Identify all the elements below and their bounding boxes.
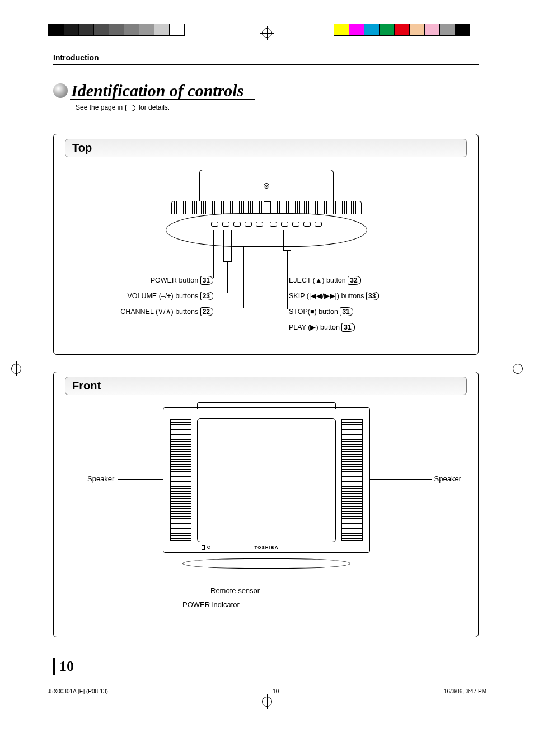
swatch — [124, 24, 139, 36]
subnote-text-after: for details. — [139, 104, 170, 111]
callout: SKIP (|◀◀/▶▶|) buttons 33 — [289, 292, 418, 300]
top-panel: Top — [53, 134, 479, 355]
power-indicator-label: POWER indicator — [182, 600, 260, 609]
page-ref: 33 — [366, 292, 379, 300]
color-bars-gray — [48, 24, 184, 36]
swatch — [93, 24, 109, 36]
remote-sensor-label: Remote sensor — [210, 586, 260, 595]
crop-mark — [503, 683, 534, 683]
page-ref: 32 — [348, 276, 360, 285]
front-panel: Front Speaker Speaker TOSHIBA Remote sen… — [53, 372, 479, 637]
page-title: Identification of controls — [71, 81, 243, 100]
crop-mark — [31, 20, 31, 54]
lead-line — [231, 230, 232, 261]
swatch — [109, 24, 124, 36]
title-block: Identification of controls — [53, 81, 479, 100]
swatch — [409, 24, 425, 36]
chapter-header: Introduction — [53, 53, 479, 65]
top-panel-title: Top — [65, 139, 467, 157]
callout-label: EJECT (▲) button — [289, 276, 348, 284]
speaker-grille-right — [341, 419, 363, 541]
lead-line — [367, 479, 432, 480]
lead-line — [213, 230, 214, 278]
front-panel-title: Front — [65, 377, 467, 395]
callout: PLAY (▶) button 31 — [289, 323, 418, 332]
top-buttons-right — [270, 222, 322, 227]
page-number: 10 — [53, 658, 74, 675]
swatch — [394, 24, 410, 36]
tv-top-shell — [166, 213, 367, 247]
color-bars-color — [334, 24, 470, 36]
top-callouts-right: EJECT (▲) button 32SKIP (|◀◀/▶▶|) button… — [289, 276, 418, 339]
registration-mark-bottom — [262, 697, 272, 707]
swatch — [424, 24, 440, 36]
page-ref-icon — [125, 105, 135, 111]
swatch — [364, 24, 380, 36]
top-callouts-left: POWER button 31VOLUME (–/+) buttons 23CH… — [85, 276, 213, 323]
swatch — [379, 24, 395, 36]
tv-handle — [199, 170, 334, 201]
tv-front: TOSHIBA — [163, 407, 370, 553]
callout: POWER button 31 — [85, 276, 213, 285]
lead-line — [287, 250, 288, 309]
page-ref: 22 — [200, 307, 213, 316]
speaker-grille-left — [170, 419, 191, 541]
registration-mark-left — [11, 364, 21, 374]
swatch — [48, 24, 64, 36]
top-diagram: POWER button 31VOLUME (–/+) buttons 23CH… — [65, 170, 467, 337]
lead-line — [299, 230, 299, 264]
subnote-text-before: See the page in — [76, 104, 123, 111]
crop-mark — [0, 683, 31, 683]
lead-line — [240, 230, 240, 247]
footer: J5X00301A [E] (P08-13) 10 16/3/06, 3:47 … — [48, 688, 486, 694]
page-ref: 31 — [200, 276, 213, 285]
crop-mark — [503, 45, 534, 45]
lead-line — [291, 230, 291, 250]
brand-logo: TOSHIBA — [255, 545, 279, 550]
tv-top-strip — [197, 402, 336, 409]
lead-line — [283, 230, 284, 250]
swatch — [349, 24, 364, 36]
callout: CHANNEL (∨/∧) buttons 22 — [85, 307, 213, 316]
swatch — [439, 24, 455, 36]
tv-screen — [197, 418, 336, 542]
page-body: Introduction Identification of controls … — [53, 53, 479, 654]
swatch — [334, 24, 349, 36]
crop-mark — [31, 683, 31, 716]
lead-line — [247, 230, 247, 247]
page-ref: 31 — [340, 307, 353, 316]
callout-label: POWER button — [151, 276, 200, 284]
page-ref: 23 — [200, 292, 213, 300]
swatch — [169, 24, 185, 36]
callout-label: PLAY (▶) button — [289, 323, 341, 331]
lead-line — [317, 230, 317, 278]
callout: STOP(■) button 31 — [289, 307, 418, 316]
footer-page: 10 — [273, 688, 279, 694]
callout: EJECT (▲) button 32 — [289, 276, 418, 285]
callout-label: CHANNEL (∨/∧) buttons — [120, 308, 200, 316]
crop-mark — [503, 683, 503, 716]
lead-line — [208, 548, 208, 582]
swatch — [455, 24, 470, 36]
tv-vent — [171, 201, 362, 214]
registration-mark-top — [262, 28, 272, 38]
callout-label: SKIP (|◀◀/▶▶|) buttons — [289, 292, 366, 300]
callout: VOLUME (–/+) buttons 23 — [85, 292, 213, 300]
lead-line — [118, 479, 166, 480]
swatch — [63, 24, 79, 36]
lead-line — [243, 247, 244, 308]
swatch — [154, 24, 170, 36]
lead-line — [277, 230, 277, 325]
callout-label: STOP(■) button — [289, 308, 340, 316]
footer-doc-id: J5X00301A [E] (P08-13) — [48, 688, 108, 694]
handle-dot-icon — [264, 183, 269, 189]
chapter-title: Introduction — [53, 53, 99, 62]
lead-line — [227, 261, 228, 293]
crop-mark — [503, 20, 503, 54]
speaker-label-right: Speaker — [434, 475, 461, 483]
subnote: See the page in for details. — [76, 104, 479, 111]
callout-label: VOLUME (–/+) buttons — [127, 292, 200, 300]
swatch — [78, 24, 94, 36]
registration-mark-right — [513, 364, 523, 374]
footer-datetime: 16/3/06, 3:47 PM — [444, 688, 486, 694]
